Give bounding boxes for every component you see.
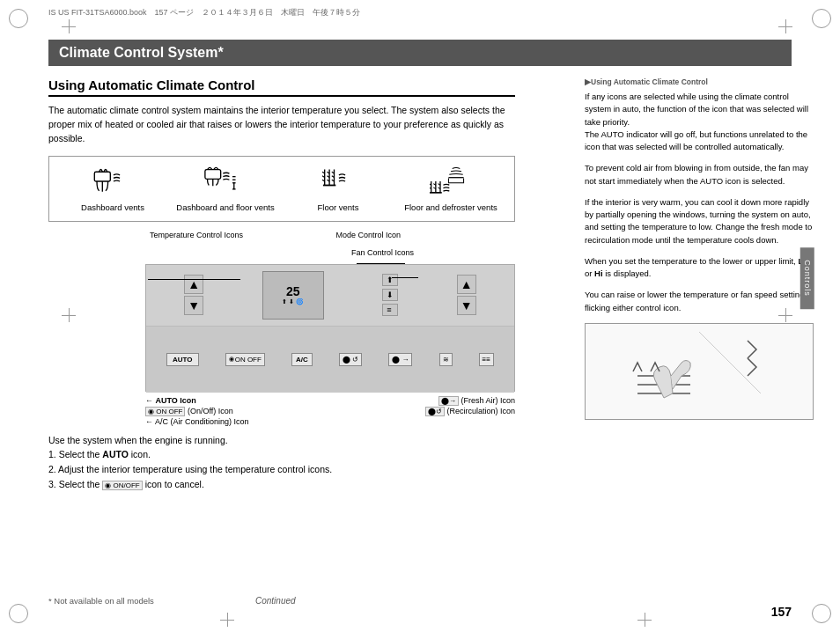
instructions: Use the system when the engine is runnin… xyxy=(48,433,515,492)
recirc-icon-label: ⬤↺ (Recirculation) Icon xyxy=(425,407,515,415)
temp-up-icon: ▲ xyxy=(184,275,203,294)
mode-control-label: Mode Control Icon xyxy=(335,231,401,239)
bottom-icon-labels: ← AUTO Icon ⬤→ (Fresh Air) Icon ◉ ON OFF… xyxy=(145,396,515,426)
recirc-button: ⬤ ↺ xyxy=(339,353,362,366)
corner-tr xyxy=(805,9,831,35)
onoff-icon-box: ◉ ON OFF xyxy=(145,407,185,416)
sidebar-section-label: ▶Using Automatic Climate Control xyxy=(585,77,814,86)
dashboard-floor-vents-icon xyxy=(203,164,247,199)
controls-tab: Controls xyxy=(800,247,814,309)
fan-down-icon: ▼ xyxy=(457,296,476,315)
right-sidebar: Controls ▶Using Automatic Climate Contro… xyxy=(585,77,814,606)
vent-item-dashboard-floor: Dashboard and floor vents xyxy=(169,164,282,213)
instruction-step3: 3. Select the ◉ ON/OFF icon to cancel. xyxy=(48,477,515,492)
mode-icon-3: ≡ xyxy=(382,304,398,316)
fan-annotation-line xyxy=(392,277,418,278)
recirc-icon-box: ⬤↺ xyxy=(425,407,445,416)
step3-icon: ◉ ON/OFF xyxy=(102,481,142,490)
rear-defrost-button: ≋ xyxy=(439,353,453,366)
temp-up-down: ▲ ▼ xyxy=(184,275,203,315)
fresh-icon-box: ⬤→ xyxy=(438,396,459,406)
corner-bl xyxy=(9,597,35,623)
title-bar: Climate Control System* xyxy=(48,40,792,66)
sidebar-para2: To prevent cold air from blowing in from… xyxy=(585,162,814,187)
panel-top: ▲ ▼ 25 ⬆ ⬇ 🌀 ⬆ ⬇ ≡ ▲ ▼ xyxy=(146,265,514,327)
continued-text: Continued xyxy=(255,596,296,606)
temp-down-icon: ▼ xyxy=(184,296,203,315)
vent-label-floor-defroster: Floor and defroster vents xyxy=(404,202,497,213)
corner-tl xyxy=(9,9,35,35)
temp-display: 25 ⬆ ⬇ 🌀 xyxy=(262,271,324,320)
vent-item-floor: Floor vents xyxy=(282,164,394,213)
temp-value: 25 xyxy=(286,284,300,298)
vent-label-dashboard-floor: Dashboard and floor vents xyxy=(176,202,274,213)
temp-control-label: Temperature Control Icons xyxy=(150,231,243,239)
fan-control-label: Fan Control Icons xyxy=(351,248,414,257)
floor-vents-icon xyxy=(316,164,360,199)
mode-annotation-line xyxy=(357,263,405,264)
instruction-step2: 2. Adjust the interior temperature using… xyxy=(48,462,515,477)
mode-icons: ⬆ ⬇ ≡ xyxy=(382,274,398,316)
mode-icon-2: ⬇ xyxy=(382,289,398,301)
auto-btn-label: AUTO xyxy=(166,353,199,366)
fan-up-icon: ▲ xyxy=(457,275,476,294)
onoff-icon-label: ◉ ON OFF (On/Off) Icon xyxy=(145,407,233,415)
hand-gesture-svg xyxy=(611,327,787,415)
svg-rect-0 xyxy=(94,172,110,181)
label-row-2: ◉ ON OFF (On/Off) Icon ⬤↺ (Recirculation… xyxy=(145,407,515,415)
onoff-button: ◉ ON OFF xyxy=(225,353,265,366)
intro-text: The automatic climate control system mai… xyxy=(48,104,515,145)
label-row-3: ← A/C (Air Conditioning) Icon xyxy=(145,417,515,426)
fan-label-row: Fan Control Icons xyxy=(48,248,515,262)
footnote: * Not available on all models xyxy=(48,596,154,606)
fan-up-down: ▲ ▼ xyxy=(457,275,476,315)
instruction-intro: Use the system when the engine is runnin… xyxy=(48,433,515,448)
diagram-top-labels: Temperature Control Icons Mode Control I… xyxy=(48,231,515,246)
vent-item-dashboard: Dashboard vents xyxy=(56,164,169,213)
instruction-step1: 1. Select the AUTO icon. xyxy=(48,447,515,462)
mode-icon-1: ⬆ xyxy=(382,274,398,286)
sidebar-para5: You can raise or lower the temperature o… xyxy=(585,289,814,314)
ac-button: A/C xyxy=(291,353,313,366)
right-image-box xyxy=(585,323,814,420)
onoff-text: ON OFF xyxy=(235,356,262,364)
fresh-icon-label: ⬤→ (Fresh Air) Icon xyxy=(438,396,515,405)
auto-button: AUTO xyxy=(166,353,199,366)
section-title: Using Automatic Climate Control xyxy=(48,77,515,97)
vent-icons-box: Dashboard vents xyxy=(48,156,515,221)
label-row-1: ← AUTO Icon ⬤→ (Fresh Air) Icon xyxy=(145,396,515,405)
auto-icon-label: ← AUTO Icon xyxy=(145,396,196,405)
svg-rect-1 xyxy=(205,170,221,180)
temp-sub-icons: ⬆ ⬇ 🌀 xyxy=(282,298,304,305)
panel-bottom: AUTO ◉ ON OFF A/C ⬤ ↺ ⬤ → ≋ ≡≡ xyxy=(146,327,514,393)
sidebar-para3: If the interior is very warm, you can co… xyxy=(585,196,814,246)
dashboard-vents-icon xyxy=(91,164,135,199)
extra-button: ≡≡ xyxy=(479,353,494,366)
floor-defroster-vents-icon xyxy=(429,164,473,199)
vent-label-floor: Floor vents xyxy=(318,202,359,213)
vent-item-floor-defroster: Floor and defroster vents xyxy=(394,164,507,213)
vent-label-dashboard: Dashboard vents xyxy=(81,202,144,213)
control-panel-graphic: ▲ ▼ 25 ⬆ ⬇ 🌀 ⬆ ⬇ ≡ ▲ ▼ xyxy=(145,264,515,392)
onoff-icon: ◉ xyxy=(229,356,234,363)
sidebar-para1: If any icons are selected while using th… xyxy=(585,91,814,153)
diagram-area: Temperature Control Icons Mode Control I… xyxy=(48,231,515,392)
fresh-button: ⬤ → xyxy=(388,353,412,366)
file-info: IS US FIT-31TSA6000.book 157 ページ ２０１４年３月… xyxy=(48,7,360,18)
sidebar-para4: When you set the temperature to the lowe… xyxy=(585,255,814,281)
page-number: 157 xyxy=(771,605,792,619)
temp-annotation-line xyxy=(148,279,240,280)
left-content: Using Automatic Climate Control The auto… xyxy=(48,77,515,606)
